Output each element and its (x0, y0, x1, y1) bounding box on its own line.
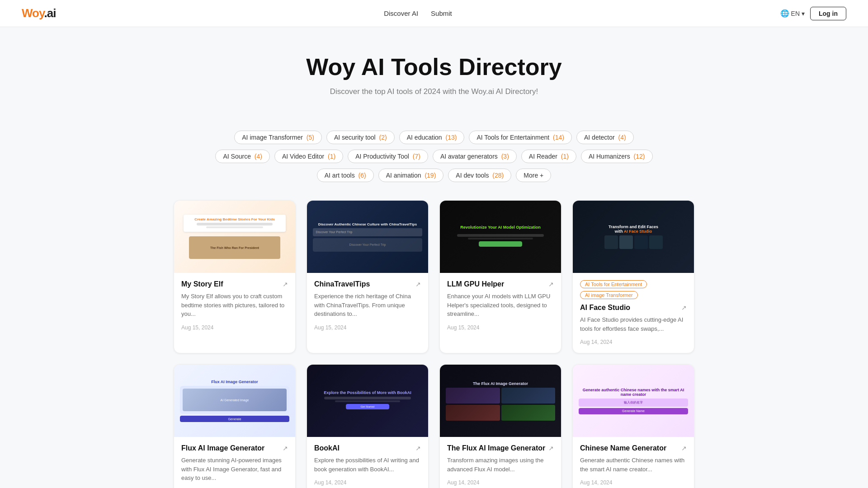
lang-label: EN (791, 10, 800, 17)
card-body-chinese-name-gen: Chinese Name Generator ↗ Generate authen… (573, 437, 694, 488)
card-title-flux-ai: Flux AI Image Generator (181, 444, 264, 452)
tag-ai-security-tool[interactable]: AI security tool (2) (326, 131, 395, 144)
card-chinese-name-gen[interactable]: Generate authentic Chinese names with th… (572, 364, 694, 488)
card-body-ai-face-studio: AI Tools for Entertainment AI image Tran… (573, 273, 694, 353)
card-tag-entertainment[interactable]: AI Tools for Entertainment (580, 280, 647, 288)
tag-ai-reader[interactable]: AI Reader (1) (521, 150, 576, 163)
card-image-the-flux-ai: The Flux AI Image Generator (440, 365, 561, 437)
card-llm-gpu-helper[interactable]: Revolutionize Your AI Model Optimization… (439, 200, 561, 353)
header-right: 🌐 EN ▾ Log in (780, 7, 846, 20)
card-tags-ai-face-studio: AI Tools for Entertainment AI image Tran… (580, 280, 687, 299)
card-body-the-flux-ai: The Flux AI Image Generator ↗ Transform … (440, 437, 561, 488)
card-title-chinese-name-gen: Chinese Name Generator (580, 444, 666, 452)
tag-ai-education[interactable]: AI education (13) (399, 131, 465, 144)
tags-section: AI image Transformer (5) AI security too… (0, 131, 868, 182)
card-desc-the-flux-ai: Transform amazing images using the advan… (447, 456, 554, 474)
card-flux-ai[interactable]: Flux AI Image Generator AI Generated Ima… (174, 364, 296, 488)
card-title-my-story-elf: My Story Elf (181, 280, 223, 288)
card-desc-ai-face-studio: AI Face Studio provides cutting-edge AI … (580, 315, 687, 333)
external-link-icon[interactable]: ↗ (283, 281, 288, 288)
card-date-the-flux-ai: Aug 14, 2024 (447, 479, 479, 486)
external-link-icon[interactable]: ↗ (548, 445, 554, 452)
card-body-flux-ai: Flux AI Image Generator ↗ Generate stunn… (174, 437, 295, 488)
tag-ai-avatar-generators[interactable]: AI avatar generators (3) (433, 150, 517, 163)
card-desc-my-story-elf: My Story Elf allows you to craft custom … (181, 292, 288, 319)
card-tag-image-transformer[interactable]: AI image Transformer (580, 291, 638, 299)
card-the-flux-ai[interactable]: The Flux AI Image Generator The Flux AI … (439, 364, 561, 488)
language-selector[interactable]: 🌐 EN ▾ (780, 9, 805, 18)
card-desc-llm-gpu-helper: Enhance your AI models with LLM GPU Help… (447, 292, 554, 319)
login-button[interactable]: Log in (810, 7, 846, 20)
card-image-book-ai: Explore the Possibilities of More with B… (307, 365, 428, 437)
card-china-travel-tips[interactable]: Discover Authentic Chinese Culture with … (307, 200, 429, 353)
card-desc-china-travel-tips: Experience the rich heritage of China wi… (314, 292, 421, 319)
card-date-china-travel-tips: Aug 15, 2024 (314, 324, 346, 331)
tag-ai-source[interactable]: AI Source (4) (215, 150, 270, 163)
external-link-icon[interactable]: ↗ (681, 445, 687, 452)
card-book-ai[interactable]: Explore the Possibilities of More with B… (307, 364, 429, 488)
external-link-icon[interactable]: ↗ (415, 281, 421, 288)
external-link-icon[interactable]: ↗ (681, 304, 687, 311)
card-date-book-ai: Aug 14, 2024 (314, 479, 346, 486)
tags-row-2: AI Source (4) AI Video Editor (1) AI Pro… (215, 150, 652, 163)
nav-discover-ai[interactable]: Discover AI (384, 9, 418, 17)
card-image-flux-ai: Flux AI Image Generator AI Generated Ima… (174, 365, 295, 437)
card-title-book-ai: BookAI (314, 444, 340, 452)
main-nav: Discover AI Submit (384, 9, 452, 17)
tag-ai-detector[interactable]: AI detector (4) (576, 131, 634, 144)
chevron-down-icon: ▾ (802, 10, 805, 17)
card-my-story-elf[interactable]: Create Amazing Bedtime Stories For Your … (174, 200, 296, 353)
tags-row-3: AI art tools (6) AI animation (19) AI de… (317, 169, 551, 182)
card-date-my-story-elf: Aug 15, 2024 (181, 324, 213, 331)
logo-ai: .ai (44, 6, 56, 20)
header: Woy.ai Discover AI Submit 🌐 EN ▾ Log in (0, 0, 868, 27)
external-link-icon[interactable]: ↗ (548, 281, 554, 288)
tag-ai-art-tools[interactable]: AI art tools (6) (317, 169, 374, 182)
card-image-ai-face-studio: Transform and Edit Faceswith AI Face Stu… (573, 201, 694, 273)
logo-woy: Woy (22, 6, 44, 20)
globe-icon: 🌐 (780, 9, 789, 18)
hero-section: Woy AI Tools Directory Discover the top … (0, 27, 868, 131)
cards-section: Create Amazing Bedtime Stories For Your … (163, 200, 705, 488)
hero-subtitle: Discover the top AI tools of 2024 with t… (9, 87, 859, 96)
card-title-the-flux-ai: The Flux AI Image Generator (447, 444, 545, 452)
card-body-llm-gpu-helper: LLM GPU Helper ↗ Enhance your AI models … (440, 273, 561, 338)
card-body-book-ai: BookAI ↗ Explore the possibilities of AI… (307, 437, 428, 488)
logo[interactable]: Woy.ai (22, 6, 56, 20)
tag-ai-image-transformer[interactable]: AI image Transformer (5) (234, 131, 322, 144)
card-ai-face-studio[interactable]: Transform and Edit Faceswith AI Face Stu… (572, 200, 694, 353)
tag-ai-video-editor[interactable]: AI Video Editor (1) (274, 150, 343, 163)
card-date-chinese-name-gen: Aug 14, 2024 (580, 479, 612, 486)
card-image-llm-gpu-helper: Revolutionize Your AI Model Optimization (440, 201, 561, 273)
card-title-china-travel-tips: ChinaTravelTips (314, 280, 370, 288)
card-title-llm-gpu-helper: LLM GPU Helper (447, 280, 504, 288)
tags-row-1: AI image Transformer (5) AI security too… (234, 131, 633, 144)
tag-ai-dev-tools[interactable]: AI dev tools (28) (448, 169, 511, 182)
more-tags-button[interactable]: More + (516, 169, 551, 182)
tag-ai-humanizers[interactable]: AI Humanizers (12) (581, 150, 653, 163)
card-body-my-story-elf: My Story Elf ↗ My Story Elf allows you t… (174, 273, 295, 338)
tag-ai-animation[interactable]: AI animation (19) (378, 169, 444, 182)
tag-ai-tools-entertainment[interactable]: AI Tools for Entertainment (14) (469, 131, 572, 144)
card-image-chinese-name-gen: Generate authentic Chinese names with th… (573, 365, 694, 437)
card-date-ai-face-studio: Aug 14, 2024 (580, 339, 612, 345)
card-image-my-story-elf: Create Amazing Bedtime Stories For Your … (174, 201, 295, 273)
nav-submit[interactable]: Submit (431, 9, 452, 17)
card-title-ai-face-studio: AI Face Studio (580, 304, 630, 312)
card-desc-flux-ai: Generate stunning AI-powered images with… (181, 456, 288, 483)
external-link-icon[interactable]: ↗ (415, 445, 421, 452)
tag-ai-productivity-tool[interactable]: AI Productivity Tool (7) (348, 150, 428, 163)
card-body-china-travel-tips: ChinaTravelTips ↗ Experience the rich he… (307, 273, 428, 338)
card-desc-book-ai: Explore the possibilities of AI writing … (314, 456, 421, 474)
page-title: Woy AI Tools Directory (9, 54, 859, 80)
card-desc-chinese-name-gen: Generate authentic Chinese names with th… (580, 456, 687, 474)
cards-grid: Create Amazing Bedtime Stories For Your … (174, 200, 694, 488)
external-link-icon[interactable]: ↗ (283, 445, 288, 452)
card-date-llm-gpu-helper: Aug 15, 2024 (447, 324, 479, 331)
card-image-china-travel-tips: Discover Authentic Chinese Culture with … (307, 201, 428, 273)
